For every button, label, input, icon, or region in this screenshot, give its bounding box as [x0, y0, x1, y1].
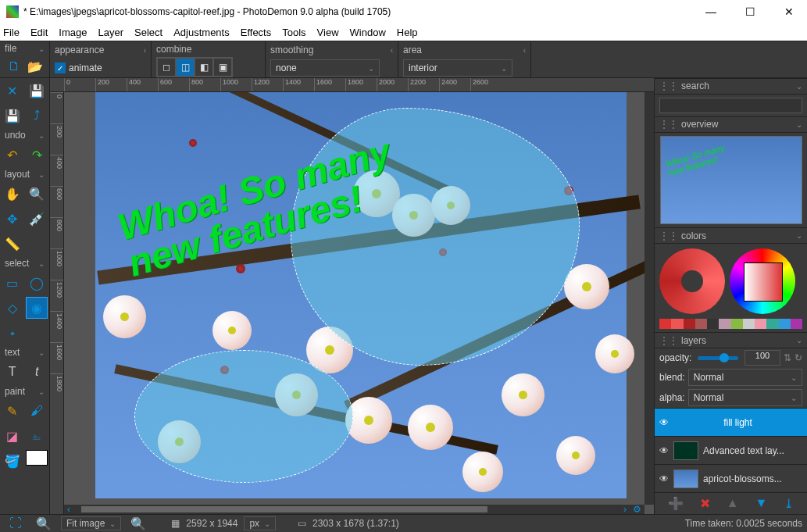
delete-layer-icon[interactable]: ✖: [700, 496, 710, 511]
visibility-icon[interactable]: 👁: [659, 417, 669, 428]
reset-icon[interactable]: ↻: [795, 352, 802, 363]
chevron-down-icon[interactable]: ⌄: [38, 348, 45, 357]
smoothing-dropdown[interactable]: none⌄: [270, 59, 380, 77]
minimize-button[interactable]: —: [699, 5, 723, 18]
scroll-right-icon[interactable]: ›: [623, 504, 627, 515]
scroll-horizontal[interactable]: ‹ › ⚙: [64, 505, 645, 514]
menu-file[interactable]: File: [3, 27, 20, 38]
chevron-down-icon[interactable]: ⌄: [796, 82, 802, 91]
layer-item[interactable]: 👁 Advanced text lay...: [655, 437, 807, 465]
export-icon[interactable]: ⤴: [26, 105, 48, 127]
save-icon[interactable]: 💾: [26, 80, 48, 102]
close-image-icon[interactable]: ✕: [2, 80, 23, 102]
color-wheel-shades[interactable]: [659, 248, 725, 314]
grip-icon[interactable]: ⋮⋮: [659, 119, 678, 130]
grip-icon[interactable]: ⋮⋮: [659, 335, 678, 346]
spinner-icon[interactable]: ⇅: [784, 352, 791, 363]
chevron-down-icon[interactable]: ⌄: [38, 387, 45, 396]
visibility-icon[interactable]: 👁: [659, 473, 669, 484]
color-swatches[interactable]: [659, 319, 802, 329]
new-file-icon[interactable]: 🗋: [5, 55, 23, 77]
redo-icon[interactable]: ↷: [26, 144, 48, 166]
color-wheel-hue[interactable]: [730, 248, 795, 314]
unit-dropdown[interactable]: px⌄: [244, 516, 276, 530]
maximize-button[interactable]: ☐: [738, 5, 762, 18]
search-panel-label: search: [681, 80, 796, 91]
color-swatch[interactable]: [26, 450, 48, 466]
animate-checkbox[interactable]: ✓: [55, 62, 66, 73]
eraser-icon[interactable]: ◪: [2, 425, 23, 447]
overview-thumbnail[interactable]: Whoa! So many new features!: [660, 136, 802, 224]
blend-dropdown[interactable]: Normal⌄: [688, 369, 802, 386]
measure-tool-icon[interactable]: 📏: [2, 233, 23, 255]
search-input[interactable]: [659, 98, 802, 113]
add-layer-icon[interactable]: ➕: [668, 496, 684, 511]
rect-select-icon[interactable]: ▭: [2, 272, 23, 294]
save-as-icon[interactable]: 💾: [2, 105, 23, 127]
chevron-down-icon[interactable]: ⌄: [38, 170, 45, 179]
viewport[interactable]: Whoa! So many new features!: [64, 92, 654, 514]
grip-icon[interactable]: ⋮⋮: [659, 80, 678, 91]
menu-view[interactable]: View: [317, 27, 339, 38]
menu-tools[interactable]: Tools: [282, 27, 305, 38]
hand-tool-icon[interactable]: ✋: [2, 183, 23, 205]
pencil-icon[interactable]: ✎: [2, 400, 23, 422]
poly-select-icon[interactable]: ◇: [2, 297, 23, 319]
advanced-text-tool-icon[interactable]: t: [26, 361, 48, 383]
alpha-dropdown[interactable]: Normal⌄: [688, 389, 802, 406]
layer-item[interactable]: 👁 apricot-blossoms...: [655, 465, 807, 493]
chevron-down-icon[interactable]: ⌄: [796, 336, 802, 345]
menu-window[interactable]: Window: [350, 27, 386, 38]
zoom-tool-icon[interactable]: 🔍: [26, 183, 48, 205]
chevron-left-icon[interactable]: ‹: [144, 46, 146, 55]
zoom-dropdown[interactable]: Fit image⌄: [61, 516, 121, 530]
grip-icon[interactable]: ⋮⋮: [659, 230, 678, 241]
chevron-down-icon[interactable]: ⌄: [796, 231, 802, 240]
chevron-down-icon[interactable]: ⌄: [796, 120, 802, 129]
image-canvas[interactable]: Whoa! So many new features!: [95, 92, 627, 498]
layer-up-icon[interactable]: ▲: [727, 496, 739, 511]
fit-screen-icon[interactable]: ⛶: [5, 512, 27, 532]
menu-image[interactable]: Image: [59, 27, 87, 38]
chevron-left-icon[interactable]: ‹: [391, 46, 393, 55]
menu-effects[interactable]: Effects: [241, 27, 272, 38]
brush-icon[interactable]: 🖌: [26, 400, 48, 422]
layer-bottom-icon[interactable]: ⤓: [784, 496, 794, 511]
selection-dims: 2303 x 1678 (1.37:1): [312, 518, 399, 529]
menu-select[interactable]: Select: [134, 27, 162, 38]
combine-subtract[interactable]: ◧: [195, 58, 213, 77]
chevron-down-icon[interactable]: ⌄: [38, 259, 45, 268]
area-dropdown[interactable]: interior⌄: [403, 59, 512, 77]
wand-select-icon[interactable]: ⋆: [2, 322, 23, 344]
combine-add[interactable]: ◫: [176, 58, 195, 77]
menu-layer[interactable]: Layer: [98, 27, 124, 38]
menu-edit[interactable]: Edit: [30, 27, 48, 38]
scroll-vertical[interactable]: [645, 92, 654, 505]
open-file-icon[interactable]: 📂: [27, 55, 45, 77]
layer-down-icon[interactable]: ▼: [755, 496, 768, 511]
gear-icon[interactable]: ⚙: [633, 504, 641, 515]
zoom-out-icon[interactable]: 🔍: [33, 512, 55, 532]
combine-replace[interactable]: ◻: [157, 58, 176, 77]
scroll-left-icon[interactable]: ‹: [67, 504, 70, 515]
clone-icon[interactable]: ⎁: [26, 425, 48, 447]
combine-intersect[interactable]: ▣: [213, 58, 232, 77]
undo-icon[interactable]: ↶: [2, 144, 23, 166]
ellipse-select-icon[interactable]: ◯: [26, 272, 48, 294]
layer-item[interactable]: 👁 fill light: [655, 409, 807, 437]
fill-icon[interactable]: 🪣: [2, 450, 23, 472]
move-tool-icon[interactable]: ✥: [2, 208, 23, 230]
eyedropper-icon[interactable]: 💉: [26, 208, 48, 230]
chevron-down-icon[interactable]: ⌄: [38, 131, 45, 140]
close-button[interactable]: ✕: [777, 5, 801, 18]
zoom-in-icon[interactable]: 🔍: [127, 512, 149, 532]
opacity-input[interactable]: 100: [745, 350, 780, 366]
chevron-down-icon[interactable]: ⌄: [38, 45, 45, 53]
menu-help[interactable]: Help: [397, 27, 418, 38]
opacity-slider[interactable]: [698, 356, 738, 360]
chevron-left-icon[interactable]: ‹: [523, 46, 526, 55]
menu-adjustments[interactable]: Adjustments: [173, 27, 230, 38]
lasso-select-icon[interactable]: ◉: [26, 297, 48, 319]
text-tool-icon[interactable]: T: [2, 361, 23, 383]
visibility-icon[interactable]: 👁: [659, 445, 669, 456]
